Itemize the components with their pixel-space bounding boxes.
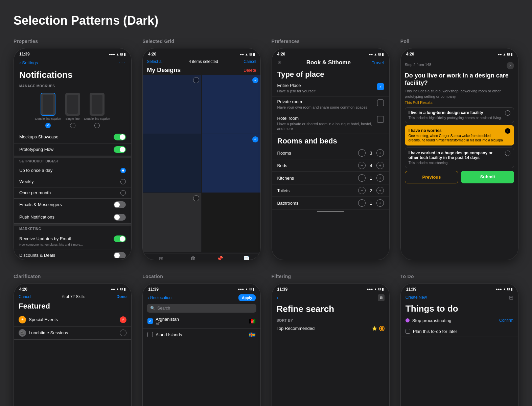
clari-status: 4:20 ●● ▲ ⊟ ▮ — [14, 284, 131, 293]
section-manage: MANAGE MOCKUPS — [14, 83, 131, 90]
poll-question: Do you live or work in a design care fac… — [405, 72, 514, 87]
kitchens-plus[interactable]: + — [376, 174, 384, 182]
toolbar-add-board[interactable]: ⊞ Add to Board — [152, 255, 170, 260]
preferences-phone: 4:20 ●● ▲ ⊟ ▮ ☀ Book & Sithome Travel Ty… — [272, 48, 390, 260]
clari-title: Featured — [14, 300, 131, 313]
bathrooms-minus[interactable]: − — [358, 199, 366, 207]
filter-status: 11:39 ●●● ▲ ⊟ ▮ — [272, 284, 389, 293]
filter-section-label: Sort By — [272, 317, 389, 323]
poll-option-1[interactable]: I have no worries One morning, when Greg… — [405, 125, 514, 145]
toilets-minus[interactable]: − — [358, 187, 366, 194]
toggle-flow[interactable]: Prototypung Flow — [14, 143, 131, 156]
pref-entire-place[interactable]: Entire Place Have a jerk for yourself — [272, 80, 389, 96]
radio-weekly[interactable]: Weekly — [14, 176, 131, 187]
loc-item-0[interactable]: Afghanistan AF 🇦🇫 — [143, 314, 260, 329]
toggle-on-mockups[interactable] — [114, 134, 126, 140]
stepper-bathrooms[interactable]: Bathrooms − 1 + — [272, 197, 389, 209]
poll-close-btn[interactable]: × — [507, 62, 514, 69]
cell-5[interactable] — [202, 193, 260, 252]
pref-status-bar: 4:20 ●● ▲ ⊟ ▮ — [272, 48, 389, 58]
pref-private-room[interactable]: Private room Have your own room and shar… — [272, 96, 389, 113]
nav-dots[interactable]: ··· — [119, 59, 126, 66]
props-nav: ‹ Settings ··· — [14, 58, 131, 69]
bathrooms-plus[interactable]: + — [376, 199, 384, 207]
properties-label: Properties — [14, 39, 132, 44]
filter-title: Refine search — [272, 302, 389, 317]
toggle-off-push[interactable] — [114, 214, 126, 221]
cell-4[interactable] — [143, 193, 201, 252]
cell-3[interactable] — [202, 134, 260, 193]
clari-item-0[interactable]: ★ Special Events — [14, 313, 131, 326]
stepper-rooms[interactable]: Rooms − 3 + — [272, 147, 389, 159]
filter-icon[interactable]: ⊟ — [378, 294, 385, 301]
rooms-plus[interactable]: + — [376, 149, 384, 157]
toggle-updates[interactable]: Receive Updates by Email New components,… — [14, 233, 131, 249]
sg-select-all[interactable]: Select all — [147, 59, 163, 64]
todo-confirm-btn[interactable]: Confirm — [499, 318, 513, 323]
toolbar-pin[interactable]: 📌 Pin — [216, 255, 223, 260]
location-label: Location — [142, 274, 260, 279]
toggle-mockups[interactable]: Mockups Showcase — [14, 131, 131, 143]
filter-back-btn[interactable]: ‹ — [277, 295, 278, 301]
loc-search[interactable]: 🔍 Search — [147, 304, 256, 313]
clari-count: 6 of 72 Skills — [62, 294, 85, 299]
sg-title-row: My Designs Delete — [143, 65, 260, 75]
cell-0[interactable] — [143, 75, 201, 134]
poll-results-link[interactable]: This Poll Results — [405, 100, 514, 105]
toggle-off-emails[interactable] — [114, 201, 126, 208]
loc-back-btn[interactable]: ‹ Geolocation — [147, 295, 171, 300]
toolbar-delete[interactable]: 🗑 Delete — [189, 255, 198, 260]
selected-grid-phone: 4:20 ●● ▲ ⊟ ▮ Select all 4 items selecte… — [142, 48, 260, 260]
toolbar-export[interactable]: 📄 Export — [242, 255, 251, 260]
filtering-column: Filtering 11:39 ●●● ▲ ⊟ ▮ ‹ ⊟ Refine sea… — [272, 274, 390, 406]
row1-grid: Properties 11:39 ●●● ▲ ⊟ ▮ ‹ Settings ··… — [14, 39, 518, 260]
poll-submit-button[interactable]: Submit — [461, 171, 514, 183]
loc-item-1[interactable]: Aland Islands 🇦🇽 — [143, 329, 260, 341]
todo-column: To Do 11:39 ●●● ▲ ⊟ ▮ Create New ⊟ Thing… — [400, 274, 518, 406]
toggle-discounts[interactable]: Discounts & Deals — [14, 249, 131, 258]
poll-column: Poll 4:20 ●● ▲ ⊟ ▮ Step 2 from 148 × Do … — [400, 39, 518, 260]
mockup-item-0[interactable]: Double line caption — [35, 93, 61, 128]
stepper-beds[interactable]: Beds − 4 + — [272, 159, 389, 172]
beds-plus[interactable]: + — [376, 162, 384, 169]
loc-apply-btn[interactable]: Apply — [238, 294, 256, 301]
todo-item-0[interactable]: Stop procrastinating Confirm — [401, 315, 518, 326]
mockup-item-1[interactable]: Single line — [65, 93, 80, 128]
pref-travel[interactable]: Travel — [372, 60, 384, 65]
radio-monthly[interactable]: Once per month — [14, 187, 131, 199]
poll-option-2[interactable]: I have worked in a huge design company o… — [405, 148, 514, 168]
stepper-kitchens[interactable]: Kitchens − 1 + — [272, 172, 389, 184]
mockup-item-2[interactable]: Double line caption — [84, 93, 110, 128]
preferences-column: Preferences 4:20 ●● ▲ ⊟ ▮ ☀ Book & Sitho… — [272, 39, 390, 260]
preferences-label: Preferences — [272, 39, 390, 44]
back-settings[interactable]: ‹ Settings — [19, 60, 38, 65]
sg-delete[interactable]: Delete — [244, 68, 256, 73]
clarification-phone: 4:20 ●● ▲ ⊟ ▮ Cancel 6 of 72 Skills Done… — [14, 283, 132, 406]
toggle-on-flow[interactable] — [114, 146, 126, 153]
pref-hotel-room[interactable]: Hotel room Have a private or shared room… — [272, 113, 389, 134]
todo-item-1[interactable]: Plan this to-do for later — [401, 326, 518, 337]
beds-minus[interactable]: − — [358, 162, 366, 169]
kitchens-minus[interactable]: − — [358, 174, 366, 182]
poll-buttons: Previous Submit — [405, 171, 514, 183]
clari-cancel-btn[interactable]: Cancel — [19, 294, 31, 299]
pref-nav: ☀ Book & Sithome Travel — [272, 58, 389, 67]
clarification-column: Clarificaton 4:20 ●● ▲ ⊟ ▮ Cancel 6 of 7… — [14, 274, 132, 406]
stepper-toilets[interactable]: Toilets − 2 + — [272, 184, 389, 197]
radio-daily[interactable]: Up to once a day — [14, 165, 131, 176]
toggle-emails[interactable]: Emails & Messengers — [14, 199, 131, 211]
sg-cancel[interactable]: Cancel — [244, 59, 256, 64]
todo-create-btn[interactable]: Create New — [406, 295, 427, 300]
cell-2[interactable] — [143, 134, 201, 193]
cell-1[interactable] — [202, 75, 260, 134]
poll-option-0[interactable]: I live in a long-term design care facili… — [405, 107, 514, 123]
filter-top-recommended[interactable]: Top Recommended ⭐ — [272, 323, 389, 334]
toilets-plus[interactable]: + — [376, 187, 384, 194]
toggle-push[interactable]: Push Notifications — [14, 211, 131, 224]
poll-previous-button[interactable]: Previous — [405, 171, 459, 183]
rooms-minus[interactable]: − — [358, 149, 366, 157]
clari-item-1[interactable]: 🎬 Lunchtime Sessions — [14, 326, 131, 340]
selected-grid-column: Selected Grid 4:20 ●● ▲ ⊟ ▮ Select all 4… — [142, 39, 260, 260]
clari-done-btn[interactable]: Done — [116, 294, 126, 299]
todo-nav: Create New ⊟ — [401, 293, 518, 302]
